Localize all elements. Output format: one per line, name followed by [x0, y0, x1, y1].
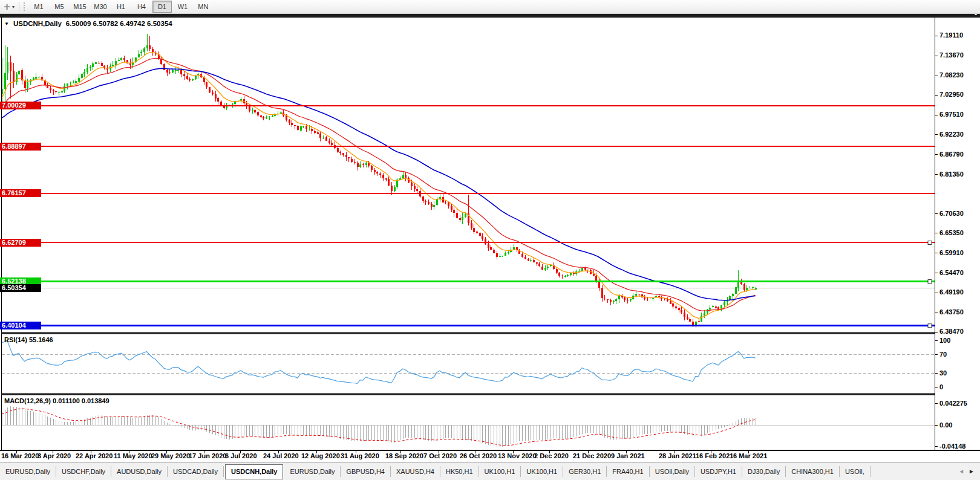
timeframe-m1-button[interactable]: M1 [29, 1, 48, 13]
tab-usdjpy-h1[interactable]: USDJPY,H1 [695, 466, 742, 477]
timeframe-m30-button[interactable]: M30 [91, 1, 110, 13]
tab-hk50-h1[interactable]: HK50,H1 [440, 466, 479, 477]
toolbar: ✛ ▾ M1M5M15M30H1H4D1W1MN [0, 0, 980, 14]
timeframe-d1-button[interactable]: D1 [152, 1, 172, 13]
tab-uk100-h1[interactable]: UK100,H1 [521, 466, 563, 477]
tab-usoil-daily[interactable]: USOil,Daily [650, 466, 695, 477]
timeframe-m15-button[interactable]: M15 [70, 1, 90, 13]
tab-scroll-left-button[interactable]: ◄ [958, 469, 964, 475]
tab-usoil[interactable]: USOil, [840, 466, 871, 477]
tab-audusd-daily[interactable]: AUDUSD,Daily [111, 466, 168, 477]
toolbar-grip [24, 2, 26, 11]
chevron-down-icon: ▾ [12, 4, 15, 10]
chart-title: ▼ USDCNH,Daily 6.50009 6.50782 6.49742 6… [4, 20, 172, 27]
timeframe-m5-button[interactable]: M5 [50, 1, 69, 13]
tab-scroll-right-button[interactable]: ► [969, 469, 975, 475]
tab-scroll-controls: ◄► [953, 462, 980, 480]
rsi-indicator-label: RSI(14) 55.1646 [4, 336, 53, 343]
tab-fra40-h1[interactable]: FRA40,H1 [607, 466, 649, 477]
mt4-window: ✛ ▾ M1M5M15M30H1H4D1W1MN ▴ ▼ USDCNH,Dail… [0, 0, 980, 480]
chart-canvas[interactable] [0, 0, 980, 480]
tab-eurusd-daily[interactable]: EURUSD,Daily [284, 466, 341, 477]
chart-tab-bar: EURUSD,DailyUSDCHF,DailyAUDUSD,DailyUSDC… [0, 462, 980, 480]
chart-ohlc-values: 6.50009 6.50782 6.49742 6.50354 [66, 20, 172, 27]
tab-xauusd-h4[interactable]: XAUUSD,H4 [391, 466, 440, 477]
crosshair-icon: ✛ [4, 3, 10, 11]
tab-china300-h1[interactable]: CHINA300,H1 [786, 466, 840, 477]
tab-ger30-h1[interactable]: GER30,H1 [563, 466, 607, 477]
toolbar-separator [19, 2, 19, 11]
timeframe-h1-button[interactable]: H1 [111, 1, 131, 13]
tab-eurusd-daily[interactable]: EURUSD,Daily [0, 466, 56, 477]
timeframe-buttons: M1M5M15M30H1H4D1W1MN [28, 1, 214, 13]
tab-usdcnh-daily[interactable]: USDCNH,Daily [225, 464, 283, 479]
timeframe-mn-button[interactable]: MN [194, 1, 213, 13]
tab-gbpusd-h4[interactable]: GBPUSD,H4 [341, 466, 391, 477]
cursor-tool-button[interactable]: ✛ ▾ [1, 1, 17, 13]
tab-uk100-h1[interactable]: UK100,H1 [479, 466, 521, 477]
timeframe-w1-button[interactable]: W1 [173, 1, 192, 13]
tab-usdcad-daily[interactable]: USDCAD,Daily [168, 466, 224, 477]
chart-symbol-period: USDCNH,Daily [13, 20, 62, 27]
tab-dj30-daily[interactable]: DJ30,Daily [742, 466, 786, 477]
tab-usdchf-daily[interactable]: USDCHF,Daily [56, 466, 111, 477]
macd-indicator-label: MACD(12,26,9) 0.011100 0.013849 [4, 397, 109, 404]
timeframe-h4-button[interactable]: H4 [132, 1, 151, 13]
symbol-dropdown-icon[interactable]: ▼ [4, 21, 9, 27]
